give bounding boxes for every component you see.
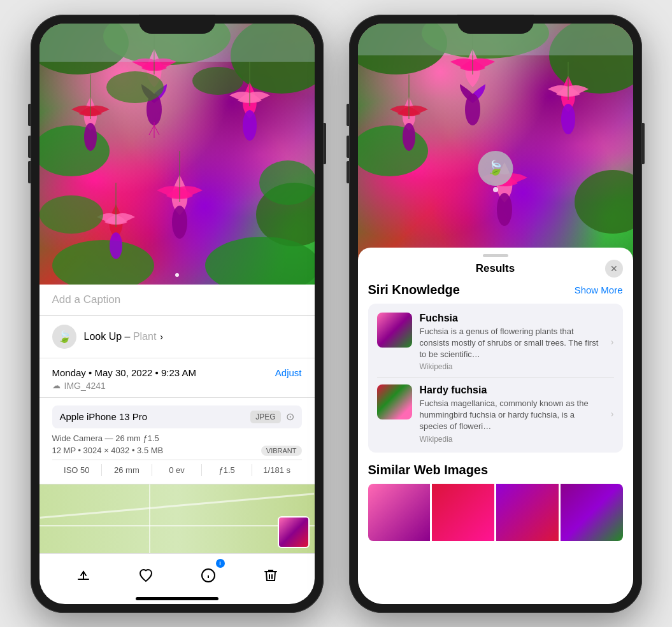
right-phone: 🍃 Results ✕ Siri Knowledge	[349, 15, 642, 613]
hardy-thumb-image	[377, 384, 412, 419]
fuchsia-thumb-image	[377, 313, 412, 348]
caption-area[interactable]: Add a Caption	[39, 285, 315, 316]
siri-lookup-button[interactable]: 🍃	[478, 151, 513, 186]
exif-shutter: 1/181 s	[252, 464, 302, 476]
svg-point-12	[243, 110, 257, 141]
svg-point-20	[106, 71, 164, 103]
svg-line-9	[149, 125, 154, 135]
right-flower-photo	[358, 24, 633, 265]
siri-knowledge-title: Siri Knowledge	[368, 283, 460, 297]
results-sheet: Results ✕ Siri Knowledge Show More	[358, 248, 633, 604]
date-row: Monday • May 30, 2022 • 9:23 AM Adjust	[52, 367, 302, 378]
sheet-title: Results	[476, 262, 515, 275]
left-phone: Add a Caption 🍃 Look Up – Plant › Monday…	[31, 15, 324, 613]
hardy-name: Hardy fuchsia	[420, 384, 603, 396]
date-section: Monday • May 30, 2022 • 9:23 AM Adjust ☁…	[39, 358, 315, 398]
delete-button[interactable]	[257, 561, 285, 589]
resolution: 12 MP • 3024 × 4032 • 3.5 MB	[52, 446, 164, 455]
sheet-handle	[483, 254, 508, 257]
info-button[interactable]: i	[194, 561, 222, 589]
svg-point-37	[497, 193, 512, 226]
exif-exposure: 0 ev	[152, 464, 203, 476]
lookup-label: Look Up – Plant ›	[84, 331, 163, 342]
siri-leaf-icon: 🍃	[487, 160, 504, 176]
device-row: Apple iPhone 13 Pro JPEG ⊙	[52, 405, 302, 428]
knowledge-item-fuchsia[interactable]: Fuchsia Fuchsia is a genus of flowering …	[377, 313, 614, 379]
svg-line-10	[154, 125, 159, 135]
vibrant-badge: VIBRANT	[261, 446, 302, 456]
similar-image-2[interactable]	[432, 484, 494, 541]
adjust-button[interactable]: Adjust	[275, 367, 302, 378]
similar-images-title: Similar Web Images	[368, 463, 623, 477]
lookup-row[interactable]: 🍃 Look Up – Plant ›	[39, 316, 315, 358]
sheet-content[interactable]: Siri Knowledge Show More Fuchsia Fuchsia…	[358, 283, 633, 601]
similar-images-grid[interactable]	[368, 484, 623, 541]
leaf-icon: 🍃	[57, 330, 71, 344]
show-more-button[interactable]: Show More	[575, 285, 623, 295]
left-notch	[139, 15, 215, 34]
exif-aperture: ƒ1.5	[202, 464, 252, 476]
flower-photo	[39, 24, 315, 285]
map-area[interactable]	[39, 484, 315, 553]
visual-lookup-icon: 🍃	[52, 325, 76, 349]
hardy-description: Fuchsia magellanica, commonly known as t…	[420, 398, 603, 433]
page-indicator	[175, 273, 179, 277]
close-button[interactable]: ✕	[605, 260, 623, 278]
lookup-chevron: ›	[157, 332, 163, 342]
date-text: Monday • May 30, 2022 • 9:23 AM	[52, 367, 196, 378]
svg-point-23	[259, 160, 315, 205]
caption-placeholder[interactable]: Add a Caption	[52, 293, 121, 306]
phone-container: Add a Caption 🍃 Look Up – Plant › Monday…	[18, 2, 655, 626]
svg-point-35	[403, 123, 415, 151]
svg-point-5	[52, 240, 154, 285]
fuchsia-info: Fuchsia Fuchsia is a genus of flowering …	[420, 313, 603, 372]
right-phone-inner: 🍃 Results ✕ Siri Knowledge	[358, 24, 633, 604]
right-notch	[457, 15, 534, 34]
share-button[interactable]	[69, 561, 97, 589]
fuchsia-description: Fuchsia is a genus of flowering plants t…	[420, 326, 603, 361]
similar-section: Similar Web Images	[368, 463, 623, 541]
bottom-toolbar: i	[39, 553, 315, 592]
camera-type: Wide Camera — 26 mm ƒ1.5	[52, 433, 159, 443]
device-name: Apple iPhone 13 Pro	[60, 411, 148, 422]
exif-iso: ISO 50	[52, 464, 103, 476]
svg-point-22	[39, 195, 103, 234]
cloud-icon: ☁	[52, 381, 61, 390]
svg-point-34	[465, 94, 480, 125]
knowledge-item-hardy[interactable]: Hardy fuchsia Fuchsia magellanica, commo…	[377, 378, 614, 444]
left-phone-inner: Add a Caption 🍃 Look Up – Plant › Monday…	[39, 24, 315, 604]
svg-point-3	[39, 125, 110, 176]
filename-row: ☁ IMG_4241	[52, 381, 302, 391]
device-section: Apple iPhone 13 Pro JPEG ⊙ Wide Camera —…	[39, 398, 315, 484]
knowledge-card: Fuchsia Fuchsia is a genus of flowering …	[368, 304, 623, 453]
flower-photo-area[interactable]	[39, 24, 315, 285]
lookup-text: Look Up – Plant ›	[84, 331, 163, 342]
svg-point-11	[84, 123, 97, 151]
similar-image-3[interactable]	[496, 484, 559, 541]
svg-point-21	[192, 67, 243, 95]
favorite-button[interactable]	[132, 561, 160, 589]
camera-settings-icon[interactable]: ⊙	[286, 411, 294, 423]
exif-focal: 26 mm	[102, 464, 152, 476]
exif-row: ISO 50 26 mm 0 ev ƒ1.5 1/181 s	[52, 460, 302, 476]
svg-point-6	[205, 237, 315, 285]
fuchsia-thumbnail	[377, 313, 412, 348]
format-badge: JPEG	[250, 411, 280, 423]
hardy-thumbnail	[377, 384, 412, 419]
map-photo-thumbnail	[278, 516, 310, 548]
map-thumb-photo	[279, 518, 308, 547]
left-home-indicator	[136, 597, 218, 600]
camera-specs: Wide Camera — 26 mm ƒ1.5	[52, 433, 302, 443]
map-background	[39, 484, 315, 553]
similar-image-4[interactable]	[561, 484, 623, 541]
svg-point-14	[110, 232, 122, 259]
svg-point-36	[561, 104, 575, 134]
hardy-source: Wikipedia	[420, 435, 603, 444]
similar-image-1[interactable]	[368, 484, 431, 541]
camera-specs-2: 12 MP • 3024 × 4032 • 3.5 MB VIBRANT	[52, 446, 302, 456]
fuchsia-source: Wikipedia	[420, 362, 603, 371]
svg-point-32	[358, 125, 428, 176]
fuchsia-chevron: ›	[611, 337, 614, 347]
svg-point-13	[172, 206, 187, 239]
svg-point-33	[575, 170, 633, 234]
